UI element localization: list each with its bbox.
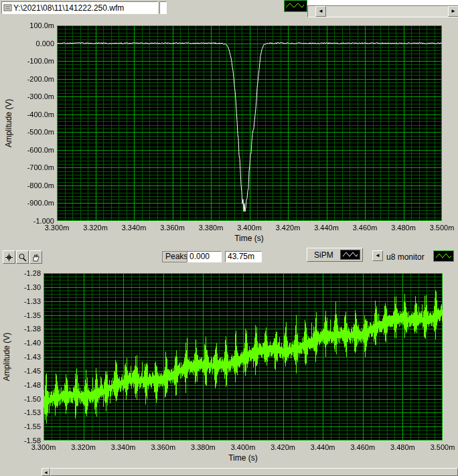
x-tick-label: 3.380m (185, 443, 220, 451)
labview-front-panel: Y:\2021\08\11\141222.250.wfm ◄ ► Amplitu… (0, 0, 458, 476)
x-tick-label: 3.340m (117, 224, 151, 232)
scroll-right-button[interactable]: ► (448, 6, 458, 17)
legend-sipm-label: SiPM (314, 250, 333, 260)
y-tick-label: -1.50 (6, 395, 41, 403)
x-tick-label: 3.320m (66, 443, 101, 451)
y-tick-label: -1.38 (6, 325, 41, 333)
path-type-icon (3, 3, 12, 12)
x-tick-label: 3.440m (309, 224, 344, 232)
y-tick-label: -1.58 (6, 437, 41, 445)
legend-sipm[interactable]: SiPM (307, 248, 363, 262)
pan-hand-tool-button[interactable] (29, 250, 42, 264)
x-tick-label: 3.300m (40, 224, 74, 232)
sipm-waveform-plot[interactable] (57, 25, 442, 221)
sipm-line-style-icon (340, 250, 360, 260)
bottom-y-axis-label: Amplitude (V) (2, 333, 11, 382)
x-tick-label: 3.500m (425, 224, 458, 232)
x-tick-label: 3.380m (194, 224, 228, 232)
x-tick-label: 3.420m (266, 443, 301, 451)
x-tick-label: 3.400m (232, 224, 267, 232)
x-tick-label: 3.500m (425, 443, 458, 451)
x-tick-label: 3.300m (26, 443, 61, 451)
y-tick-label: -1.35 (6, 311, 41, 319)
y-tick-label: -1.55 (6, 422, 41, 430)
x-tick-label: 3.460m (346, 443, 380, 451)
legend-u8-monitor-label: u8 monitor (386, 252, 425, 262)
u8-monitor-line-style-icon[interactable] (433, 250, 454, 262)
y-tick-label: -800.0m (19, 181, 54, 189)
scroll-left-button[interactable]: ◄ (315, 6, 326, 17)
file-path-control[interactable]: Y:\2021\08\11\141222.250.wfm (1, 1, 158, 14)
y-tick-label: -700.0m (19, 163, 54, 171)
y-tick-label: -1.28 (6, 269, 41, 277)
x-tick-label: 3.360m (146, 443, 181, 451)
y-tick-label: -100.0m (19, 57, 54, 65)
x-tick-label: 3.460m (348, 224, 382, 232)
x-tick-label: 3.480m (386, 224, 421, 232)
y-tick-label: -1.48 (6, 381, 41, 389)
y-tick-label: -1.30 (6, 283, 41, 291)
bottom-scroll-left-button[interactable]: ◄ (42, 468, 50, 476)
y-tick-label: -300.0m (19, 92, 54, 100)
y-tick-label: -400.0m (19, 110, 54, 118)
file-path-text: Y:\2021\08\11\141222.250.wfm (13, 3, 124, 13)
x-tick-label: 3.320m (78, 224, 113, 232)
y-tick-label: -1.53 (6, 408, 41, 416)
peak-amplitude-indicator[interactable]: 43.75m (225, 251, 262, 262)
x-tick-label: 3.420m (271, 224, 305, 232)
bottom-scrollbar-thumb[interactable] (50, 468, 458, 476)
bottom-x-axis-label: Time (s) (228, 453, 258, 463)
y-tick-label: -500.0m (19, 128, 54, 136)
zoom-tool-button[interactable] (16, 250, 29, 264)
legend-scroll-left-button[interactable]: ◄ (372, 250, 383, 261)
top-x-axis-label: Time (s) (234, 234, 264, 243)
x-tick-label: 3.480m (385, 443, 420, 451)
u8-monitor-waveform-plot[interactable] (44, 273, 443, 441)
plot-legend-icon-partial[interactable] (284, 0, 307, 12)
y-tick-label: -600.0m (19, 146, 54, 154)
graph-palette (3, 250, 43, 264)
y-tick-label: -900.0m (19, 199, 54, 207)
x-tick-label: 3.400m (226, 443, 260, 451)
crosshair-tool-button[interactable] (3, 250, 15, 264)
text-strip-partial (307, 0, 458, 5)
x-tick-label: 3.440m (305, 443, 340, 451)
y-tick-label: -1.33 (6, 297, 41, 305)
peak-time-indicator[interactable]: 0.000 (187, 251, 222, 262)
top-y-axis-label: Amplitude (V) (4, 99, 13, 148)
y-tick-label: -1.000 (19, 217, 54, 225)
x-tick-label: 3.360m (155, 224, 190, 232)
y-tick-label: 0.000 (19, 39, 54, 48)
y-tick-label: -200.0m (19, 75, 54, 83)
y-tick-label: 100.0m (19, 21, 54, 29)
x-tick-label: 3.340m (106, 443, 141, 451)
small-indicator-box (159, 1, 167, 14)
top-horizontal-scrollbar[interactable]: ◄ ► (307, 5, 458, 17)
